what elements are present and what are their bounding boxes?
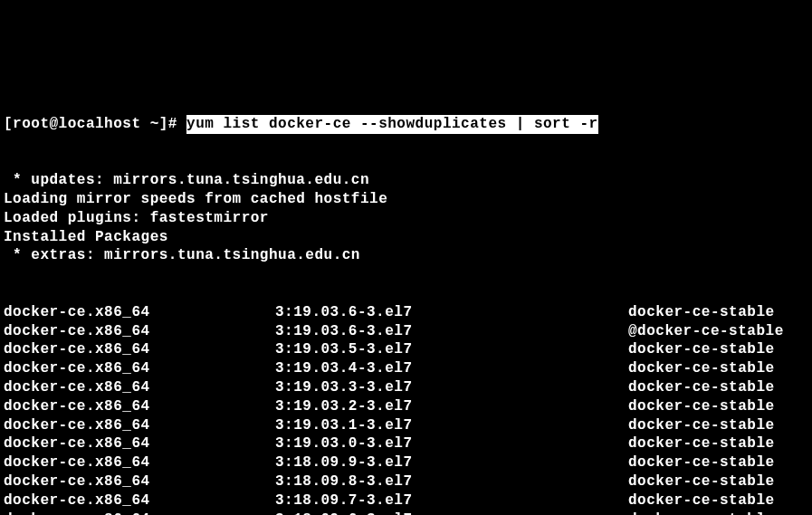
package-row: docker-ce.x86_643:19.03.2-3.el7docker-ce… xyxy=(4,397,808,416)
package-row: docker-ce.x86_643:19.03.4-3.el7docker-ce… xyxy=(4,359,808,378)
output-line: Loading mirror speeds from cached hostfi… xyxy=(4,190,808,209)
package-version: 3:19.03.3-3.el7 xyxy=(275,378,628,397)
package-row: docker-ce.x86_643:19.03.0-3.el7docker-ce… xyxy=(4,434,808,453)
package-version: 3:19.03.2-3.el7 xyxy=(275,397,628,416)
package-list: docker-ce.x86_643:19.03.6-3.el7docker-ce… xyxy=(4,303,808,515)
header-lines: * updates: mirrors.tuna.tsinghua.edu.cnL… xyxy=(4,171,808,265)
package-row: docker-ce.x86_643:19.03.1-3.el7docker-ce… xyxy=(4,416,808,435)
package-repo: docker-ce-stable xyxy=(628,359,808,378)
prompt-line: [root@localhost ~]# yum list docker-ce -… xyxy=(4,115,808,134)
package-name: docker-ce.x86_64 xyxy=(4,416,275,435)
shell-command: yum list docker-ce --showduplicates | so… xyxy=(186,115,598,134)
package-repo: docker-ce-stable xyxy=(628,303,808,322)
output-line: * updates: mirrors.tuna.tsinghua.edu.cn xyxy=(4,171,808,190)
package-row: docker-ce.x86_643:19.03.3-3.el7docker-ce… xyxy=(4,378,808,397)
package-name: docker-ce.x86_64 xyxy=(4,453,275,472)
package-name: docker-ce.x86_64 xyxy=(4,359,275,378)
package-name: docker-ce.x86_64 xyxy=(4,434,275,453)
package-name: docker-ce.x86_64 xyxy=(4,397,275,416)
package-version: 3:19.03.4-3.el7 xyxy=(275,359,628,378)
package-repo: docker-ce-stable xyxy=(628,453,808,472)
package-repo: @docker-ce-stable xyxy=(628,322,808,341)
package-version: 3:19.03.1-3.el7 xyxy=(275,416,628,435)
package-repo: docker-ce-stable xyxy=(628,378,808,397)
package-repo: docker-ce-stable xyxy=(628,491,808,510)
package-repo: docker-ce-stable xyxy=(628,434,808,453)
package-name: docker-ce.x86_64 xyxy=(4,303,275,322)
output-line: * extras: mirrors.tuna.tsinghua.edu.cn xyxy=(4,246,808,265)
terminal-output[interactable]: [root@localhost ~]# yum list docker-ce -… xyxy=(4,77,808,515)
package-repo: docker-ce-stable xyxy=(628,397,808,416)
package-name: docker-ce.x86_64 xyxy=(4,378,275,397)
package-version: 3:19.03.6-3.el7 xyxy=(275,322,628,341)
package-version: 3:18.09.8-3.el7 xyxy=(275,472,628,491)
package-row: docker-ce.x86_643:18.09.9-3.el7docker-ce… xyxy=(4,453,808,472)
output-line: Loaded plugins: fastestmirror xyxy=(4,209,808,228)
output-line: Installed Packages xyxy=(4,228,808,247)
package-version: 3:18.09.7-3.el7 xyxy=(275,491,628,510)
package-repo: docker-ce-stable xyxy=(628,510,808,515)
package-version: 3:18.09.6-3.el7 xyxy=(275,510,628,515)
package-row: docker-ce.x86_643:19.03.6-3.el7@docker-c… xyxy=(4,322,808,341)
package-repo: docker-ce-stable xyxy=(628,340,808,359)
package-row: docker-ce.x86_643:18.09.8-3.el7docker-ce… xyxy=(4,472,808,491)
package-name: docker-ce.x86_64 xyxy=(4,472,275,491)
package-name: docker-ce.x86_64 xyxy=(4,340,275,359)
package-name: docker-ce.x86_64 xyxy=(4,510,275,515)
package-repo: docker-ce-stable xyxy=(628,472,808,491)
package-row: docker-ce.x86_643:19.03.6-3.el7docker-ce… xyxy=(4,303,808,322)
package-version: 3:19.03.5-3.el7 xyxy=(275,340,628,359)
package-row: docker-ce.x86_643:19.03.5-3.el7docker-ce… xyxy=(4,340,808,359)
package-name: docker-ce.x86_64 xyxy=(4,491,275,510)
package-version: 3:18.09.9-3.el7 xyxy=(275,453,628,472)
package-version: 3:19.03.6-3.el7 xyxy=(275,303,628,322)
shell-prompt: [root@localhost ~]# xyxy=(4,115,186,134)
package-row: docker-ce.x86_643:18.09.6-3.el7docker-ce… xyxy=(4,510,808,515)
package-row: docker-ce.x86_643:18.09.7-3.el7docker-ce… xyxy=(4,491,808,510)
package-name: docker-ce.x86_64 xyxy=(4,322,275,341)
package-version: 3:19.03.0-3.el7 xyxy=(275,434,628,453)
package-repo: docker-ce-stable xyxy=(628,416,808,435)
